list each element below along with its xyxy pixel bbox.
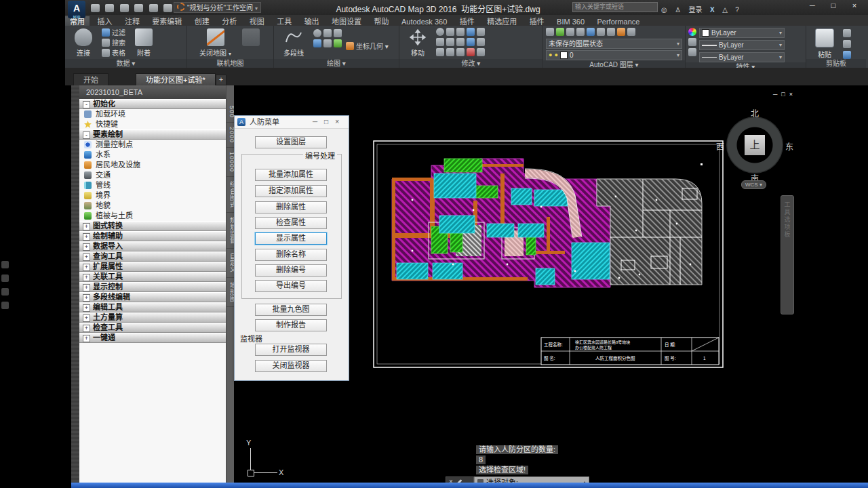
- export-number-button[interactable]: 导出编号: [255, 280, 327, 292]
- section-link-tools[interactable]: +关联工具: [79, 272, 226, 282]
- tree-item-traffic[interactable]: 交通: [79, 170, 226, 180]
- section-data-import[interactable]: +数据导入: [79, 241, 226, 251]
- make-report-button[interactable]: 制作报告: [255, 319, 327, 331]
- new-file-icon[interactable]: [91, 4, 100, 12]
- check-attribute-button[interactable]: 检查属性: [255, 217, 327, 229]
- tree-item-water[interactable]: 水系: [79, 150, 226, 160]
- tree-item-terrain[interactable]: 地貌: [79, 201, 226, 211]
- offset-icon[interactable]: [456, 38, 465, 46]
- connect-button[interactable]: 连接: [68, 28, 99, 58]
- panel-label-modify[interactable]: 修改 ▾: [399, 59, 542, 68]
- tree-item-control-points[interactable]: 测量控制点: [79, 140, 226, 150]
- viewcube-top-face[interactable]: 上: [745, 135, 765, 155]
- close-map-button[interactable]: 关闭地图 ▾: [197, 28, 235, 58]
- polyline-button[interactable]: 多段线: [277, 28, 311, 58]
- viewcube-north[interactable]: 北: [749, 107, 760, 119]
- new-document-tab-button[interactable]: +: [216, 75, 226, 85]
- cut-icon[interactable]: [843, 29, 851, 37]
- layer-isolate-icon[interactable]: [566, 28, 574, 36]
- dialog-maximize-button[interactable]: □: [324, 118, 335, 125]
- color-wheel-icon[interactable]: [688, 28, 696, 36]
- save-file-icon[interactable]: [120, 4, 129, 12]
- explode-icon[interactable]: [436, 48, 444, 56]
- object-color-dropdown[interactable]: ByLayer▾: [699, 28, 785, 38]
- workspace-switcher[interactable]: "规划与分析"工作空间 ▾: [174, 2, 261, 13]
- cogo-button[interactable]: 坐标几何 ▾: [346, 41, 389, 50]
- help-icon[interactable]: ?: [735, 6, 739, 14]
- dialog-title-bar[interactable]: A 人防菜单 ─□×: [235, 116, 349, 129]
- section-display-control[interactable]: +显示控制: [79, 282, 226, 292]
- break-icon[interactable]: [456, 48, 465, 56]
- section-feature-drawing[interactable]: -要素绘制: [79, 129, 226, 140]
- section-earthwork[interactable]: +土方量算: [79, 312, 226, 323]
- open-file-icon[interactable]: [105, 4, 114, 12]
- section-extended-properties[interactable]: +扩展属性: [79, 262, 226, 272]
- edit-polyline-icon[interactable]: [467, 48, 475, 56]
- fillet-icon[interactable]: [446, 38, 454, 46]
- section-check-tools[interactable]: +检查工具: [79, 323, 226, 333]
- circle-tool-icon[interactable]: [313, 29, 321, 37]
- section-initialization[interactable]: -初始化: [79, 99, 226, 109]
- search-button[interactable]: 搜索: [102, 38, 125, 47]
- assign-add-attribute-button[interactable]: 指定添加属性: [255, 185, 327, 197]
- delete-number-button[interactable]: 删除编号: [255, 264, 327, 277]
- tree-item-hotkeys[interactable]: 快捷键: [79, 119, 226, 129]
- set-layer-button[interactable]: 设置图层: [255, 136, 327, 148]
- tab-active-document[interactable]: 功能分区图+试验*: [136, 73, 216, 86]
- current-layer-dropdown[interactable]: ● ● 0▾: [546, 50, 682, 60]
- viewcube-east[interactable]: 东: [784, 140, 795, 152]
- layer-properties-icon[interactable]: [546, 28, 554, 36]
- doc-close-button[interactable]: ×: [789, 91, 797, 98]
- layer-match-icon[interactable]: [607, 28, 615, 36]
- delete-attribute-button[interactable]: 删除属性: [255, 201, 327, 214]
- copy-clip-icon[interactable]: [843, 40, 851, 48]
- point-tool-icon[interactable]: [323, 39, 332, 47]
- arc-tool-icon[interactable]: [323, 29, 332, 37]
- tree-item-load-environment[interactable]: 加载环境: [79, 109, 226, 119]
- mirror-icon[interactable]: [446, 28, 454, 36]
- section-query-tools[interactable]: +查询工具: [79, 251, 226, 262]
- search-icon[interactable]: ◎: [661, 6, 667, 14]
- layer-freeze-icon[interactable]: [576, 28, 585, 36]
- lineweight-dropdown[interactable]: ByLayer▾: [699, 40, 785, 50]
- tree-item-pipelines[interactable]: 管线: [79, 180, 226, 190]
- linetype-dropdown[interactable]: ByLayer▾: [699, 52, 785, 62]
- close-monitor-button[interactable]: 关闭监视器: [255, 360, 327, 372]
- plot-icon[interactable]: [134, 4, 143, 12]
- layer-state-dropdown[interactable]: 未保存的图层状态▾: [546, 39, 682, 49]
- show-attribute-button[interactable]: 显示属性: [255, 232, 327, 245]
- copy-icon[interactable]: [477, 28, 485, 36]
- panel-label-draw[interactable]: 绘图 ▾: [274, 59, 399, 68]
- attach-button[interactable]: 附着: [128, 28, 159, 58]
- delete-name-button[interactable]: 删除名称: [255, 249, 327, 261]
- exchange-apps-icon[interactable]: X: [710, 6, 715, 14]
- section-edit-tools[interactable]: +编辑工具: [79, 302, 226, 312]
- section-symbol-conversion[interactable]: +图式转换: [79, 221, 226, 231]
- tree-item-vegetation[interactable]: 植被与土质: [79, 211, 226, 221]
- close-button[interactable]: ×: [845, 1, 864, 9]
- table-button[interactable]: 表格: [102, 48, 125, 57]
- join-icon[interactable]: [477, 48, 485, 56]
- layer-lock-icon[interactable]: [597, 28, 605, 36]
- minimize-button[interactable]: ─: [803, 1, 822, 9]
- paste-button[interactable]: 粘贴: [809, 28, 840, 59]
- move-button[interactable]: 移动: [402, 28, 433, 58]
- layer-prev-icon[interactable]: [627, 28, 635, 36]
- palette-header[interactable]: 20231010_BETA: [79, 85, 226, 99]
- batch-add-attribute-button[interactable]: 批量添加属性: [255, 169, 327, 181]
- panel-label-data[interactable]: 数据 ▾: [65, 59, 186, 68]
- undo-icon[interactable]: [149, 4, 158, 12]
- batch-nine-color-button[interactable]: 批量九色图: [255, 304, 327, 316]
- stretch-icon[interactable]: [436, 38, 444, 46]
- paste-special-icon[interactable]: [843, 51, 851, 59]
- signin-button[interactable]: 登录: [689, 6, 703, 14]
- hatch-properties-icon[interactable]: [688, 48, 696, 56]
- infocenter-search-input[interactable]: 输入关键字或短语: [572, 2, 658, 12]
- layer-walk-icon[interactable]: [617, 28, 625, 36]
- user-icon[interactable]: ♙: [675, 6, 681, 14]
- filter-button[interactable]: 过滤: [102, 28, 125, 37]
- array-icon[interactable]: [467, 28, 475, 36]
- doc-minimize-button[interactable]: ─: [773, 91, 781, 98]
- anchored-palette-bar[interactable]: 工具选项板: [781, 195, 794, 314]
- line-tool-icon[interactable]: [334, 29, 342, 37]
